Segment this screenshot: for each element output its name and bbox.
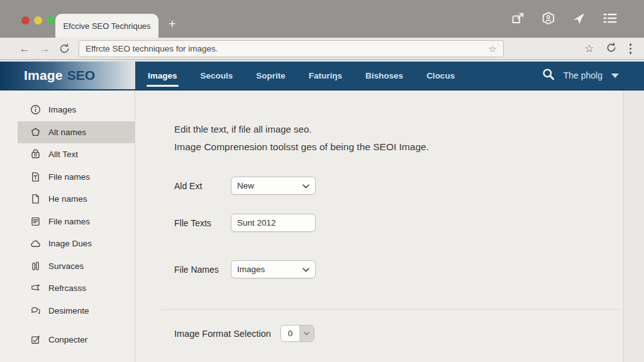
spinner-value: 0 (281, 326, 300, 341)
sidebar-item-label: Survaces (48, 261, 84, 271)
intro-line-1: Edit thle text, if file all image seo. (174, 121, 623, 138)
sidebar-item-refrcasss[interactable]: Refrcasss (18, 277, 135, 300)
sidebar-item-desimente[interactable]: Desimente (18, 300, 135, 322)
browser-tab[interactable]: Efccive SEO Techriques (55, 14, 158, 38)
flle-texts-input-wrap (231, 214, 316, 232)
main-content: Edit thle text, if file all image seo. I… (135, 90, 623, 362)
sidebar-item-label: File names (48, 217, 90, 226)
scrollbar-track[interactable] (623, 90, 644, 362)
sidebar-item-conpecter[interactable]: Conpecter (18, 329, 135, 351)
flle-texts-input[interactable] (237, 218, 309, 228)
seo-form: Ald Ext New Flle Texts File Names Ima (174, 177, 623, 278)
toolbar-right: ☆ (584, 42, 633, 56)
chevron-down-icon[interactable] (611, 74, 619, 78)
sidebar-item-inage-dues[interactable]: Inage Dues (18, 233, 135, 255)
file-icon (30, 194, 41, 204)
list-icon[interactable] (602, 11, 618, 25)
minimize-window-button[interactable] (34, 16, 42, 25)
sidebar-item-file-names-2[interactable]: File names (18, 211, 135, 233)
reload-button[interactable] (59, 43, 70, 54)
field-label: Flle Texts (174, 218, 231, 228)
field-label: File Names (174, 265, 231, 275)
account-menu-label[interactable]: The pholg (564, 70, 602, 80)
sidebar-item-label: Allt Text (48, 150, 78, 159)
cloud-icon (30, 238, 41, 249)
field-row-flle-texts: Flle Texts (174, 214, 623, 232)
bookmark-star-icon[interactable]: ☆ (584, 42, 594, 55)
sidebar: Images Alt names Allt Text File names He… (0, 90, 135, 362)
logo-text-secondary: SEO (67, 68, 95, 83)
nav-right: The pholg (542, 62, 644, 89)
sidebar-item-label: Desimente (48, 306, 89, 315)
chat-icon (30, 305, 41, 316)
back-button[interactable]: ← (18, 43, 31, 55)
sidebar-item-label: Alt names (48, 128, 86, 137)
sidebar-item-allt-text[interactable]: Allt Text (18, 143, 135, 166)
sidebar-item-file-names-1[interactable]: File names (18, 166, 135, 189)
edit-square-icon (30, 334, 41, 345)
close-window-button[interactable] (21, 16, 30, 25)
sidebar-item-label: Inage Dues (48, 239, 92, 248)
logo-text-primary: Image (24, 68, 63, 83)
ald-ext-select[interactable]: New (231, 177, 316, 195)
sidebar-item-label: Refrcasss (48, 283, 86, 293)
sidebar-item-label: Conpecter (48, 335, 87, 344)
format-selection-spinner[interactable]: 0 (280, 325, 314, 342)
browser-toolbar: ← → ☆ ☆ (0, 38, 644, 62)
app-header: Image SEO Images Secouls Soprite Faturiŋ… (0, 62, 644, 90)
url-input[interactable] (86, 44, 489, 53)
sidebar-item-label: He names (48, 194, 87, 204)
columns-icon (30, 261, 41, 272)
search-icon[interactable] (542, 68, 555, 83)
format-selection-label: Image Format Selection (174, 329, 271, 339)
sidebar-item-he-names[interactable]: He names (18, 188, 135, 211)
main-nav: Images Secouls Soprite Faturiŋs Bishoses… (135, 62, 456, 89)
sync-icon[interactable] (606, 42, 617, 56)
sidebar-item-label: Images (48, 105, 76, 114)
nav-item-images[interactable]: Images (147, 62, 179, 89)
nav-item-faturins[interactable]: Faturiŋs (308, 62, 343, 89)
intro-line-2: Image Comprenesion toolsst ges of being … (174, 138, 623, 156)
app-body: Images Alt names Allt Text File names He… (0, 90, 644, 362)
window-controls (21, 16, 55, 25)
flag-icon (30, 283, 41, 293)
forward-button[interactable]: → (38, 43, 52, 55)
intro-text: Edit thle text, if file all image seo. I… (174, 121, 623, 156)
page-star-icon[interactable]: ☆ (489, 43, 497, 55)
maximize-window-button[interactable] (47, 16, 55, 25)
nav-item-secouls[interactable]: Secouls (199, 62, 235, 89)
nav-item-soprite[interactable]: Soprite (255, 62, 287, 89)
nav-item-bishoses[interactable]: Bishoses (364, 62, 404, 89)
select-value: New (237, 181, 303, 190)
info-icon (30, 104, 41, 115)
nav-item-clocus[interactable]: Clocus (425, 62, 456, 89)
file-lines-icon (30, 216, 41, 227)
chevron-down-icon (303, 265, 309, 274)
pentagon-icon (30, 127, 41, 138)
share-icon[interactable] (511, 12, 525, 25)
browser-titlebar: Efccive SEO Techriques + (0, 0, 644, 38)
format-selection-row: Image Format Selection 0 (174, 325, 623, 342)
section-divider (160, 309, 620, 310)
sidebar-item-label: File names (48, 172, 90, 182)
chevron-down-icon (303, 181, 309, 190)
field-row-file-names: File Names Images (174, 260, 623, 278)
titlebar-icons (511, 11, 618, 25)
url-bar[interactable]: ☆ (79, 40, 504, 57)
send-icon[interactable] (572, 12, 586, 25)
sidebar-item-alt-names[interactable]: Alt names (18, 121, 135, 144)
select-value: Images (237, 265, 303, 274)
sidebar-item-survaces[interactable]: Survaces (18, 255, 135, 278)
new-tab-button[interactable]: + (165, 16, 180, 31)
browser-window: Efccive SEO Techriques + ← → ☆ (0, 0, 644, 362)
field-row-ald-ext: Ald Ext New (174, 177, 623, 195)
app-logo: Image SEO (0, 62, 135, 89)
file-names-select[interactable]: Images (231, 260, 316, 278)
tab-title: Efccive SEO Techriques (63, 21, 150, 31)
field-label: Ald Ext (174, 181, 231, 191)
sidebar-item-images[interactable]: Images (18, 99, 135, 121)
menu-kebab-icon[interactable] (628, 42, 633, 55)
globe-icon[interactable] (541, 11, 555, 25)
badge-icon (30, 149, 41, 160)
chevron-down-icon[interactable] (300, 326, 314, 341)
